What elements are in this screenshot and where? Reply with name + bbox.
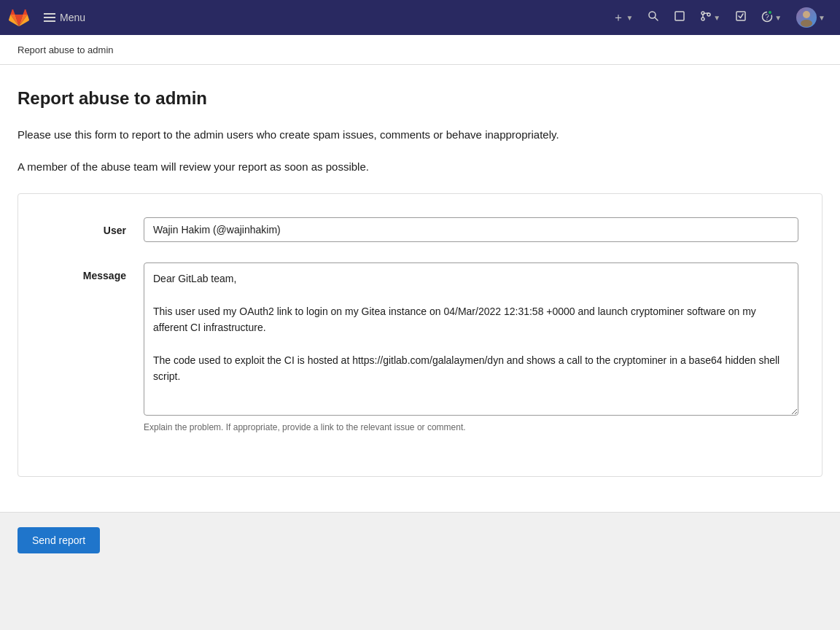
send-report-button[interactable]: Send report bbox=[18, 527, 100, 553]
help-notification-badge bbox=[767, 9, 773, 15]
svg-rect-7 bbox=[736, 12, 745, 20]
create-button[interactable]: ＋ ▼ bbox=[607, 6, 639, 30]
menu-label: Menu bbox=[60, 12, 85, 23]
message-hint: Explain the problem. If appropriate, pro… bbox=[144, 422, 798, 432]
svg-rect-2 bbox=[675, 12, 684, 20]
svg-point-10 bbox=[803, 11, 810, 18]
merge-icon bbox=[700, 10, 712, 25]
breadcrumb-bar: Report abuse to admin bbox=[0, 35, 840, 65]
abuse-report-form: User Message Dear GitLab team, This user… bbox=[18, 193, 822, 477]
page-title: Report abuse to admin bbox=[18, 88, 822, 109]
merge-requests-button[interactable]: ▼ bbox=[694, 6, 726, 29]
todo-button[interactable] bbox=[729, 6, 752, 29]
snippet-button[interactable] bbox=[668, 6, 691, 29]
gitlab-logo[interactable] bbox=[9, 7, 29, 28]
help-icon-wrap: ? bbox=[761, 11, 773, 25]
menu-button[interactable]: Menu bbox=[38, 9, 91, 26]
svg-point-11 bbox=[801, 20, 812, 27]
user-label: User bbox=[42, 217, 144, 236]
snippet-icon bbox=[674, 10, 685, 25]
footer-section: Send report bbox=[0, 512, 840, 568]
svg-point-4 bbox=[701, 18, 704, 20]
message-textarea[interactable]: Dear GitLab team, This user used my OAut… bbox=[144, 262, 798, 416]
merge-chevron: ▼ bbox=[713, 14, 720, 22]
hamburger-icon bbox=[44, 13, 55, 22]
help-chevron: ▼ bbox=[774, 14, 782, 22]
navbar-actions: ＋ ▼ bbox=[607, 3, 831, 32]
help-button[interactable]: ? ▼ bbox=[755, 7, 788, 29]
navbar: Menu ＋ ▼ bbox=[0, 0, 840, 35]
user-form-row: User bbox=[42, 217, 798, 242]
search-icon bbox=[648, 10, 659, 25]
breadcrumb: Report abuse to admin bbox=[18, 44, 114, 55]
create-chevron: ▼ bbox=[626, 14, 633, 22]
search-button[interactable] bbox=[642, 6, 665, 29]
user-input[interactable] bbox=[144, 217, 798, 242]
message-label: Message bbox=[42, 262, 144, 281]
avatar bbox=[796, 7, 817, 28]
svg-line-1 bbox=[655, 18, 658, 20]
plus-icon: ＋ bbox=[612, 10, 624, 26]
user-avatar-button[interactable]: ▼ bbox=[790, 3, 831, 32]
description-text-1: Please use this form to report to the ad… bbox=[18, 126, 822, 144]
todo-icon bbox=[735, 10, 747, 25]
avatar-chevron: ▼ bbox=[818, 14, 825, 22]
main-content: Report abuse to admin Please use this fo… bbox=[0, 65, 840, 512]
user-input-wrap bbox=[144, 217, 798, 242]
message-input-wrap: Dear GitLab team, This user used my OAut… bbox=[144, 262, 798, 432]
description-text-2: A member of the abuse team will review y… bbox=[18, 158, 822, 176]
message-form-row: Message Dear GitLab team, This user used… bbox=[42, 262, 798, 432]
